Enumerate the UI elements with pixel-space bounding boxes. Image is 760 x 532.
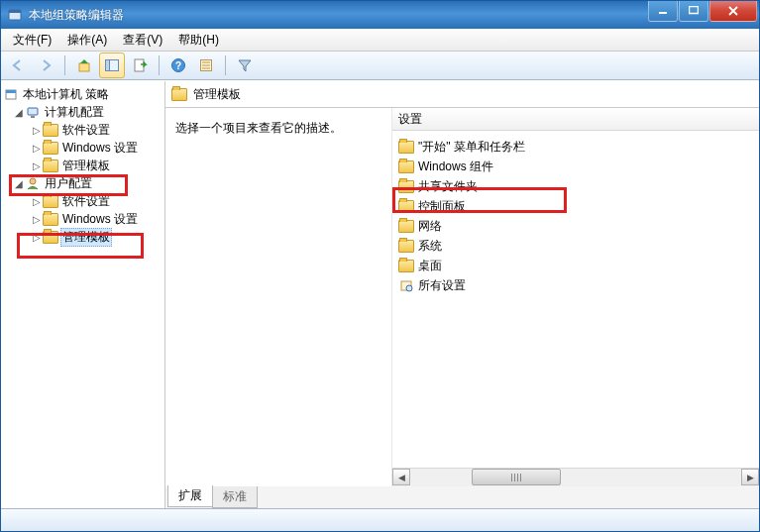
expand-icon[interactable]: ▷	[31, 232, 43, 243]
svg-rect-6	[106, 60, 110, 71]
list-item-label: Windows 组件	[418, 159, 493, 175]
list-item[interactable]: "开始" 菜单和任务栏	[396, 137, 759, 157]
export-list-button[interactable]	[127, 53, 153, 78]
menu-file[interactable]: 文件(F)	[5, 30, 59, 51]
folder-icon	[171, 86, 187, 102]
tree-cc-windows[interactable]: ▷ Windows 设置	[1, 139, 164, 157]
show-hide-tree-button[interactable]	[99, 53, 125, 78]
tree-label: 本地计算机 策略	[21, 86, 111, 103]
toolbar: ?	[1, 52, 759, 80]
tree-cc-admin[interactable]: ▷ 管理模板	[1, 157, 164, 174]
list-item[interactable]: 桌面	[396, 256, 759, 275]
expand-icon[interactable]: ▷	[31, 143, 43, 154]
list-item[interactable]: Windows 组件	[396, 157, 759, 176]
back-button[interactable]	[5, 53, 31, 78]
svg-point-20	[406, 285, 412, 291]
folder-icon	[398, 159, 414, 174]
path-bar: 管理模板	[165, 81, 759, 107]
list-item[interactable]: 共享文件夹	[396, 176, 759, 196]
close-button[interactable]	[709, 1, 757, 22]
svg-rect-1	[9, 10, 21, 13]
expand-icon[interactable]: ▷	[31, 125, 43, 136]
tree-label: 计算机配置	[43, 104, 106, 121]
menu-action[interactable]: 操作(A)	[59, 30, 115, 51]
tree-label: 软件设置	[60, 122, 112, 139]
titlebar[interactable]: 本地组策略编辑器	[1, 1, 759, 29]
svg-rect-4	[79, 63, 89, 71]
app-icon	[7, 7, 23, 23]
app-window: 本地组策略编辑器 文件(F) 操作(A) 查看(V) 帮助(H) ?	[0, 0, 760, 532]
tree-cc-software[interactable]: ▷ 软件设置	[1, 121, 164, 139]
toolbar-sep	[225, 55, 226, 75]
folder-icon	[43, 122, 58, 138]
list-body[interactable]: "开始" 菜单和任务栏 Windows 组件 共享文件夹 控制面板 网络 系统 …	[392, 131, 759, 468]
expand-icon[interactable]: ▷	[31, 214, 43, 225]
computer-icon	[25, 104, 41, 120]
tree-label: Windows 设置	[60, 211, 140, 228]
tree-label: Windows 设置	[60, 140, 140, 157]
right-pane: 管理模板 选择一个项目来查看它的描述。 设置 "开始" 菜单和任务栏 Windo…	[165, 81, 759, 508]
up-button[interactable]	[71, 53, 97, 78]
content-area: 选择一个项目来查看它的描述。 设置 "开始" 菜单和任务栏 Windows 组件…	[165, 107, 759, 508]
expand-icon[interactable]: ▷	[31, 196, 43, 207]
list-item-label: 所有设置	[418, 277, 466, 294]
forward-button[interactable]	[33, 53, 58, 78]
list-item-label: 控制面板	[418, 198, 466, 215]
svg-rect-17	[31, 116, 35, 118]
tree-pane[interactable]: 本地计算机 策略 ◢ 计算机配置 ▷ 软件设置 ▷ Windows 设置 ▷ 管…	[1, 81, 165, 508]
statusbar	[1, 508, 759, 531]
list-item[interactable]: 系统	[396, 236, 759, 256]
scroll-thumb[interactable]	[472, 469, 561, 485]
menu-help[interactable]: 帮助(H)	[170, 30, 227, 51]
minimize-button[interactable]	[648, 1, 678, 22]
tree-label: 用户配置	[43, 175, 94, 192]
tree-uc-software[interactable]: ▷ 软件设置	[1, 192, 164, 210]
expand-icon[interactable]: ◢	[13, 107, 25, 118]
tree-uc-windows[interactable]: ▷ Windows 设置	[1, 210, 164, 228]
properties-button[interactable]	[193, 53, 219, 78]
list-item-label: 桌面	[418, 258, 442, 274]
description-column: 选择一个项目来查看它的描述。	[165, 108, 391, 486]
expand-icon[interactable]: ▷	[31, 160, 43, 171]
settings-icon	[398, 277, 414, 293]
list-header-setting[interactable]: 设置	[392, 108, 759, 131]
tab-standard[interactable]: 标准	[212, 486, 258, 508]
svg-text:?: ?	[175, 60, 181, 71]
list-item-label: 系统	[418, 238, 442, 255]
policy-icon	[3, 86, 19, 102]
tree-uc-admin[interactable]: ▷ 管理模板	[1, 228, 164, 246]
list-item[interactable]: 所有设置	[396, 275, 759, 295]
svg-rect-16	[28, 108, 38, 115]
tree-root[interactable]: 本地计算机 策略	[1, 85, 164, 103]
list-item-label: 网络	[418, 218, 442, 235]
scroll-left-button[interactable]: ◀	[392, 469, 410, 485]
filter-button[interactable]	[232, 53, 258, 78]
bottom-tabs: 扩展 标准	[165, 486, 759, 508]
tab-extended[interactable]: 扩展	[167, 485, 213, 507]
tree-computer-config[interactable]: ◢ 计算机配置	[1, 103, 164, 121]
folder-icon	[43, 193, 58, 209]
folder-icon	[398, 139, 414, 155]
tree-label: 软件设置	[60, 193, 112, 210]
menu-view[interactable]: 查看(V)	[115, 30, 170, 51]
help-button[interactable]: ?	[165, 53, 191, 78]
description-prompt: 选择一个项目来查看它的描述。	[175, 121, 342, 135]
maximize-button[interactable]	[679, 1, 708, 22]
menubar: 文件(F) 操作(A) 查看(V) 帮助(H)	[1, 29, 759, 52]
svg-point-18	[30, 178, 36, 184]
svg-rect-3	[690, 7, 699, 14]
tree-user-config[interactable]: ◢ 用户配置	[1, 174, 164, 192]
toolbar-sep	[64, 55, 65, 75]
folder-icon	[43, 140, 58, 156]
expand-icon[interactable]: ◢	[13, 178, 25, 189]
body: 本地计算机 策略 ◢ 计算机配置 ▷ 软件设置 ▷ Windows 设置 ▷ 管…	[1, 80, 759, 508]
horizontal-scrollbar[interactable]: ◀ ▶	[392, 468, 759, 486]
list-header-label: 设置	[398, 111, 422, 128]
list-item[interactable]: 网络	[396, 216, 759, 236]
list-item[interactable]: 控制面板	[396, 196, 759, 216]
folder-icon	[398, 258, 414, 273]
tree-label: 管理模板	[60, 228, 112, 247]
scroll-right-button[interactable]: ▶	[741, 469, 759, 485]
list-column: 设置 "开始" 菜单和任务栏 Windows 组件 共享文件夹 控制面板 网络 …	[391, 108, 759, 486]
window-controls	[647, 1, 757, 21]
